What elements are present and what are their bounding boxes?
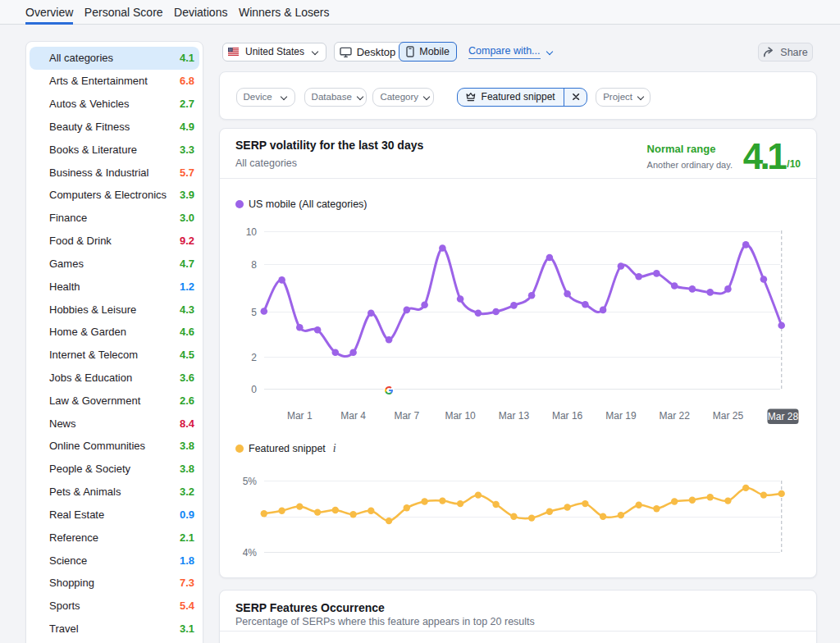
svg-text:4%: 4% — [243, 547, 258, 559]
svg-text:Mar 16: Mar 16 — [552, 410, 583, 422]
svg-text:Mar 4: Mar 4 — [340, 410, 366, 422]
svg-text:Mar 25: Mar 25 — [713, 410, 744, 422]
svg-text:0: 0 — [251, 384, 257, 395]
svg-text:Mar 28: Mar 28 — [768, 411, 799, 422]
svg-text:Mar 7: Mar 7 — [394, 410, 419, 422]
svg-text:5%: 5% — [243, 476, 258, 487]
svg-text:Mar 1: Mar 1 — [287, 410, 313, 422]
svg-text:Mar 22: Mar 22 — [660, 410, 691, 422]
svg-text:10: 10 — [246, 226, 258, 238]
svg-text:8: 8 — [251, 259, 257, 271]
svg-text:Mar 13: Mar 13 — [499, 410, 530, 422]
svg-text:5: 5 — [251, 307, 257, 318]
svg-text:Mar 10: Mar 10 — [445, 410, 476, 422]
svg-text:Mar 19: Mar 19 — [605, 410, 637, 422]
svg-text:2: 2 — [251, 352, 257, 363]
